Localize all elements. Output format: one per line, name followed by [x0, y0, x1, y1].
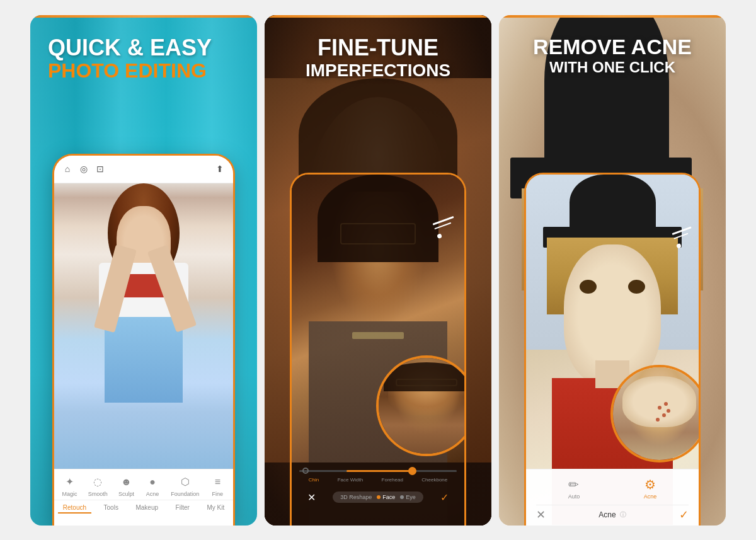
nav-eye: Eye: [400, 494, 416, 500]
slider-tabs-2: Chin Face Width Forehead Cheekbone: [299, 477, 457, 483]
tab-retouch[interactable]: Retouch: [58, 503, 91, 514]
slider-fill-2: [346, 470, 410, 472]
nav-3d-reshape[interactable]: 3D Reshape: [340, 494, 372, 500]
auto-label: Auto: [568, 493, 580, 500]
acne-dot-4: [658, 406, 662, 410]
tab-tools[interactable]: Tools: [99, 503, 123, 514]
tool-fine: ≡ Fine: [210, 474, 225, 497]
sculpt-label: Sculpt: [118, 491, 134, 497]
panel-1-title-line1: QUICK & EASY: [48, 35, 239, 60]
magic-icon: ✦: [62, 474, 77, 490]
phone-bottombar-1: ✦ Magic ◌ Smooth ☻ Sculpt ●: [54, 469, 233, 526]
arrow-lines-2: [433, 215, 459, 238]
panel-2-subtitle: IMPERFECTIONS: [282, 60, 474, 81]
before-circle-3: [610, 365, 701, 462]
confirm-btn-3[interactable]: ✓: [679, 508, 689, 522]
eye-dot-indicator: [400, 495, 404, 499]
phone-3-content: ✏ Auto ⚙ Acne ✕ Acne ⓘ: [526, 175, 699, 526]
arrow-lines-3: [672, 226, 697, 248]
auto-tool: ✏ Auto: [568, 477, 580, 500]
arrow-annotation-3: [674, 229, 694, 246]
panel-fine-tune: FINE-TUNE IMPERFECTIONS: [265, 15, 491, 526]
panel-2-top-border: [265, 15, 491, 18]
acne-bottom-label: Acne: [598, 510, 616, 519]
acne-tool-3: ⚙ Acne: [644, 477, 657, 500]
glasses-2: [340, 223, 416, 244]
home-icon: ⌂: [62, 163, 73, 175]
phone-mockup-1: ⌂ ◎ ⊡ ⬆: [52, 154, 235, 526]
panel-remove-acne: REMOVE ACNE WITH ONE CLICK: [499, 15, 726, 526]
slider-tab-cheekbone[interactable]: Cheekbone: [421, 477, 447, 483]
nav-close-btn[interactable]: ✕: [307, 491, 316, 503]
smooth-label: Smooth: [88, 491, 108, 497]
bottom-tabs-1: Retouch Tools Makeup Filter My Kit: [54, 500, 233, 516]
acne-tool-label: Acne: [644, 493, 657, 500]
phone-mockup-3: ✏ Auto ⚙ Acne ✕ Acne ⓘ: [524, 173, 701, 526]
panel-1-title-line2: PHOTO EDITING: [48, 60, 239, 82]
fine-icon: ≡: [210, 474, 225, 490]
panel-1-top-border: [30, 15, 257, 18]
acne-dot-3: [662, 413, 666, 417]
phone-topbar-1: ⌂ ◎ ⊡ ⬆: [54, 156, 233, 183]
acne-dot-1: [664, 402, 668, 406]
panel-3-text: REMOVE ACNE WITH ONE CLICK: [517, 35, 708, 77]
tab-filter[interactable]: Filter: [171, 503, 195, 514]
magic-label: Magic: [62, 491, 77, 497]
acne-dot-5: [656, 418, 660, 422]
phone-2-bottom-controls: Chin Face Width Forehead Cheekbone ✕ 3D …: [292, 462, 464, 526]
nav-pill-2: 3D Reshape Face Eye: [333, 491, 423, 503]
cancel-btn-3[interactable]: ✕: [536, 508, 546, 522]
tool-acne: ● Acne: [145, 474, 160, 497]
panel-3-subtitle: WITH ONE CLICK: [517, 59, 708, 77]
panel-1-text: QUICK & EASY PHOTO EDITING: [48, 35, 239, 83]
before-circle-img-3: [613, 367, 701, 460]
tool-sculpt: ☻ Sculpt: [118, 474, 134, 497]
slider-track-2: [299, 470, 457, 472]
foundation-icon: ⬡: [178, 474, 193, 490]
hair-2: [318, 175, 438, 262]
zoom-glasses-2: [396, 379, 457, 386]
crop-icon: ⊡: [94, 163, 106, 175]
tab-makeup[interactable]: Makeup: [130, 503, 163, 514]
sculpt-icon: ☻: [118, 474, 134, 490]
app-container: QUICK & EASY PHOTO EDITING ⌂ ◎ ⊡ ⬆: [0, 0, 756, 540]
circle-zoom-2-img: [379, 358, 466, 454]
slider-tab-forehead[interactable]: Forehead: [382, 477, 403, 483]
tool-magic: ✦ Magic: [62, 474, 77, 497]
camera-icon: ◎: [78, 163, 89, 175]
phone-inner-1: ⌂ ◎ ⊡ ⬆: [54, 156, 233, 526]
slider-container-2: Chin Face Width Forehead Cheekbone: [299, 468, 457, 488]
slider-tab-facewidth[interactable]: Face Width: [338, 477, 363, 483]
phone-3-bottom-controls: ✏ Auto ⚙ Acne ✕ Acne ⓘ: [526, 469, 699, 526]
bottom-action-row-3: ✕ Acne ⓘ ✓: [536, 505, 689, 524]
acne-label-1: Acne: [146, 491, 159, 497]
slider-tab-chin[interactable]: Chin: [309, 477, 319, 483]
fine-label: Fine: [212, 491, 224, 497]
edit-icon-3: ✏: [568, 477, 579, 492]
tool-foundation: ⬡ Foundation: [171, 474, 199, 497]
acne-label-container: Acne ⓘ: [598, 510, 626, 519]
acne-tools-row: ✏ Auto ⚙ Acne: [536, 474, 689, 505]
upload-icon: ⬆: [214, 163, 226, 175]
nav-confirm-btn[interactable]: ✓: [440, 491, 449, 503]
necklace-2: [352, 332, 404, 339]
acne-tool-icon: ●: [145, 474, 160, 490]
panel-3-title: REMOVE ACNE: [517, 35, 708, 59]
slider-start-dot: [302, 468, 309, 474]
nav-face: Face: [377, 494, 395, 500]
face-dot-indicator: [377, 495, 381, 499]
panel-2-title: FINE-TUNE: [282, 35, 474, 60]
arrow-annotation-2: [435, 219, 457, 236]
acne-info-icon: ⓘ: [620, 510, 626, 519]
acne-icon-3: ⚙: [644, 477, 656, 492]
tab-mykit[interactable]: My Kit: [202, 503, 229, 514]
slider-thumb-2: [408, 467, 416, 475]
smooth-icon: ◌: [90, 474, 105, 490]
foundation-label: Foundation: [171, 491, 199, 497]
panel-2-text: FINE-TUNE IMPERFECTIONS: [282, 35, 474, 81]
tool-strip: ✦ Magic ◌ Smooth ☻ Sculpt ●: [54, 469, 233, 500]
topbar-left-icons: ⌂ ◎ ⊡: [62, 163, 106, 175]
panel-3-top-border: [499, 15, 726, 18]
phone-screen-1-image: [54, 183, 233, 469]
tool-smooth: ◌ Smooth: [88, 474, 108, 497]
